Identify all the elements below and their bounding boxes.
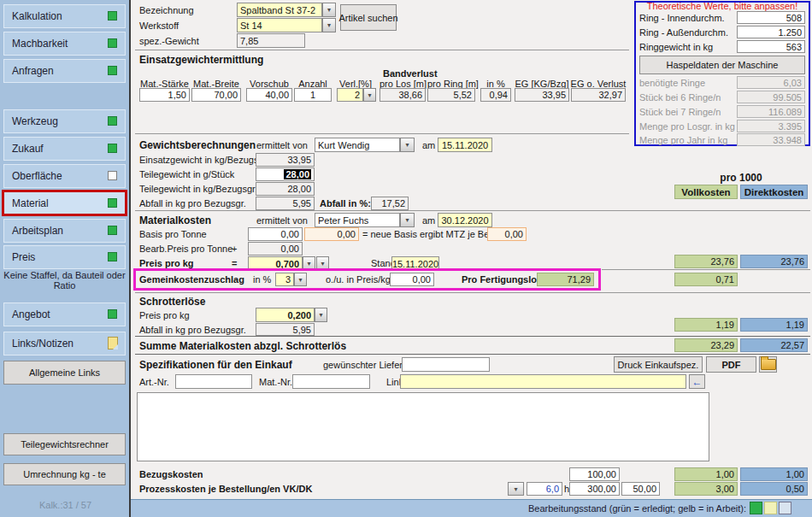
status-square-green-icon [108,309,117,319]
sidebar-item-preis[interactable]: Preis [3,245,126,269]
gewicht-date-field[interactable]: 15.11.2020 [438,138,492,152]
sidebar-item-werkzeug[interactable]: Werkzeug [3,109,126,133]
spez-notes-textarea[interactable] [137,392,709,461]
status-empty-square-icon [779,502,791,514]
preis-pro-kg-label: Preis pro kg [139,258,194,268]
equals-sign: = [232,258,237,268]
prozess-direktkosten-field: 0,50 [740,482,808,496]
teilegewicht-g-field[interactable]: 28,00 [256,167,315,181]
ringgewicht-label: Ringgewicht in kg [639,42,713,52]
allgemeine-links-button[interactable]: Allgemeine Links [3,361,126,385]
ermittelt-von-label: ermittelt von [256,215,308,226]
verl-dropdown-icon[interactable]: ▾ [363,88,376,102]
artikel-suchen-button[interactable]: Artikel suchen [340,4,397,31]
mat-nr-label: Mat.-Nr. [259,377,292,387]
material-person-combo[interactable]: Peter Fuchs [315,213,400,227]
sidebar-item-oberflaeche[interactable]: Oberfläche [3,164,126,188]
schrott-preis-field[interactable]: 0,200 [256,308,315,322]
art-nr-label: Art.-Nr. [139,377,169,387]
gewicht-person-combo[interactable]: Kurt Wendig [315,138,400,152]
sidebar-item-label: Anfragen [12,65,54,77]
am-label: am [422,215,435,226]
stunden-field[interactable]: 6,0 [527,482,562,496]
umrechnung-button[interactable]: Umrechnung kg - te [3,463,126,485]
sidebar-item-machbarkeit[interactable]: Machbarkeit [3,32,126,56]
sidebar-item-angebot[interactable]: Angebot [3,303,126,326]
material-person-dropdown-icon[interactable]: ▾ [400,213,415,227]
prozess-dropdown-icon[interactable]: ▾ [508,482,524,496]
teilegewichtsrechner-button[interactable]: Teilegewichtsrechner [3,433,126,455]
werkstoff-combo[interactable]: St 14 [237,18,322,32]
am-label: am [422,140,435,150]
anzahl-field[interactable]: 1 [294,88,332,102]
kalk-counter: Kalk.:31 / 57 [0,500,131,510]
sidebar-item-label: Machbarkeit [12,38,68,50]
ring-innendurchm-field[interactable]: 508 [737,11,805,24]
ou-preis-field[interactable]: 0,00 [390,273,434,286]
prozess-v2-field[interactable]: 50,00 [621,482,660,496]
status-square-green-icon [108,116,117,126]
sidebar-item-links-notizen[interactable]: Links/Notizen [3,332,126,355]
sidebar-item-label: Werkzeug [12,115,58,127]
button-label: Druck Einkaufspez. [618,360,699,370]
ring-aussendurchm-field[interactable]: 1.250 [737,26,805,38]
schrott-preis-dropdown-icon[interactable]: ▾ [315,308,327,322]
prozess-v1-field[interactable]: 300,00 [569,482,620,496]
sidebar-item-label: Preis [12,251,35,263]
pro-1000-label: pro 1000 [674,172,808,184]
basis2-field[interactable]: 0,00 [304,227,359,241]
prozesskosten-label: Prozesskosten je Bestellung/en VK/DK [139,484,312,494]
liefertermin-field[interactable] [402,357,490,372]
druck-einkaufspez-button[interactable]: Druck Einkaufspez. [614,356,703,373]
sidebar-item-arbeitsplan[interactable]: Arbeitsplan [3,219,126,243]
stueck-7-ringe-field: 116.089 [737,105,805,118]
menge-jahr-field: 33.948 [737,133,805,146]
verl-combo[interactable]: 2 [337,88,363,102]
bezug-direktkosten-field: 1,00 [740,467,808,481]
benoetigte-ringe-field: 6,03 [737,76,805,89]
gemein-pct-combo[interactable]: 3 [275,273,294,286]
haspeldaten-button[interactable]: Haspeldaten der Maschine [639,56,805,74]
open-folder-button[interactable] [759,356,777,373]
menge-losgr-field: 3.395 [737,120,805,132]
bearb-preis-field[interactable]: 0,00 [248,242,303,256]
app-window: Kalkulation Machbarkeit Anfragen Werkzeu… [0,0,812,517]
ringgewicht-field[interactable]: 563 [737,40,805,53]
arrow-left-icon: ← [692,376,703,388]
mat-breite-field[interactable]: 70,00 [191,88,241,102]
summe-vollkosten-field: 23,29 [674,338,738,352]
link-field[interactable] [400,374,686,389]
schrott-direktkosten-field: 1,19 [740,318,808,332]
sidebar-item-material-active[interactable]: Material [2,190,127,216]
pro-fertigungslos-field: 71,29 [537,273,594,286]
art-nr-field[interactable] [175,374,252,389]
sidebar-item-anfragen[interactable]: Anfragen [3,59,126,83]
werkstoff-dropdown-icon[interactable]: ▾ [322,18,336,32]
sidebar-item-label: Material [12,197,49,209]
sidebar-item-kalkulation[interactable]: Kalkulation [3,4,126,28]
gewicht-person-dropdown-icon[interactable]: ▾ [400,138,415,152]
status-square-green-icon [108,38,117,48]
pdf-button[interactable]: PDF [706,356,756,373]
ermittelt-von-label: ermittelt von [256,140,308,150]
bezug-vollkosten-field: 1,00 [674,467,738,481]
bezeichnung-combo[interactable]: Spaltband St 37-2 [237,3,322,17]
menge-jahr-label: Menge pro Jahr in kg [639,135,727,145]
sidebar-item-zukauf[interactable]: Zukauf [3,137,126,161]
gemein-vollkosten-field: 0,71 [674,273,738,286]
basis1-field[interactable]: 0,00 [248,227,303,241]
vorschub-field[interactable]: 40,00 [246,88,292,102]
teilegewicht-kg-label: Teilegewicht in kg/Bezugsgr. [139,184,257,194]
link-go-button[interactable]: ← [689,374,705,389]
bezeichnung-dropdown-icon[interactable]: ▾ [322,3,336,17]
bezugskosten-field[interactable]: 100,00 [569,467,620,481]
material-date-field[interactable]: 30.12.2020 [438,213,492,227]
mat-nr-field[interactable] [292,374,370,389]
button-label: Allgemeine Links [29,367,100,378]
ring-innendurchm-label: Ring - Innendurchm. [639,13,725,23]
eg-kg-field: 33,95 [515,88,569,102]
gemein-pct-dropdown-icon[interactable]: ▾ [294,273,307,286]
mat-staerke-field[interactable]: 1,50 [139,88,190,102]
stueck-7-ringe-label: Stück bei 7 Ringe/n [639,107,721,117]
plus-sign: + [232,244,237,254]
